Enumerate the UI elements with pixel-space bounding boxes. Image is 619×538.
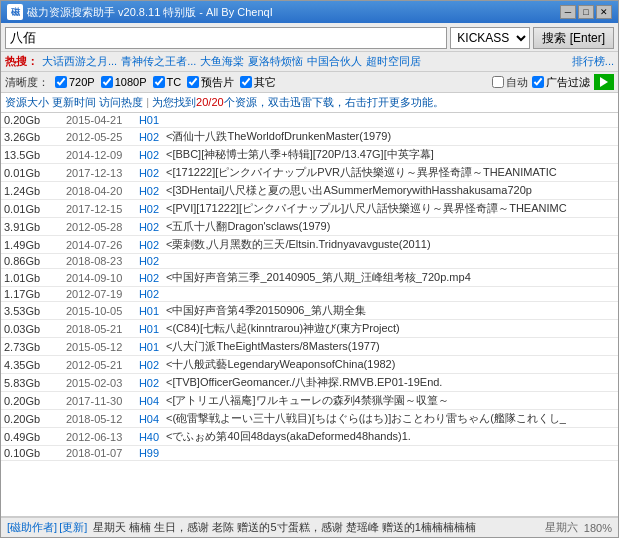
search-input[interactable] [5,27,447,49]
search-button[interactable]: 搜索 [Enter] [533,27,614,49]
checkbox-1080p[interactable] [101,76,113,88]
zoom-info: 180% [584,522,612,534]
update-link[interactable]: [更新] [59,520,87,535]
ad-filter-label: 广告过滤 [546,75,590,90]
hot-search-row: 热搜： 大话西游之月... 青神传之王者... 大鱼海棠 夏洛特烦恼 中国合伙人… [1,52,618,72]
col-seeds: H01 [135,302,163,320]
col-title: <酒仙十八跌TheWorldofDrunkenMaster(1979) [163,128,618,146]
col-seeds: H02 [135,218,163,236]
col-size: 3.91Gb [1,218,63,236]
hot-item-1[interactable]: 大话西游之月... [42,54,117,69]
col-title [163,254,618,269]
hot-item-3[interactable]: 大鱼海棠 [200,54,244,69]
filter-trailer[interactable]: 预告片 [187,75,234,90]
table-row[interactable]: 1.49Gb 2014-07-26 H02 <栗刺数,八月黑数的三天/Eltsi… [1,236,618,254]
col-date: 2015-05-12 [63,338,135,356]
table-row[interactable]: 0.86Gb 2018-08-23 H02 [1,254,618,269]
table-row[interactable]: 3.26Gb 2012-05-25 H02 <酒仙十八跌TheWorldofDr… [1,128,618,146]
col-title: <[3DHentai]八尺様と夏の思い出ASummerMemorywithHas… [163,182,618,200]
minimize-button[interactable]: ─ [560,5,576,19]
col-seeds: H04 [135,392,163,410]
col-date: 2014-12-09 [63,146,135,164]
col-seeds: H04 [135,410,163,428]
table-row[interactable]: 5.83Gb 2015-02-03 H02 <[TVB]OfficerGeoma… [1,374,618,392]
table-row[interactable]: 3.53Gb 2015-10-05 H01 <中国好声音第4季20150906_… [1,302,618,320]
col-title: <八大门派TheEightMasters/8Masters(1977) [163,338,618,356]
col-date: 2012-05-21 [63,356,135,374]
col-date: 2017-12-13 [63,164,135,182]
site-selector[interactable]: KICKASS 1337X TPB RARBG [450,27,530,49]
col-seeds: H02 [135,146,163,164]
table-row[interactable]: 0.01Gb 2017-12-13 H02 <[171222][ピンクパイナップ… [1,164,618,182]
col-title: <[PVI][171222][ピンクパイナップル]八尺八話快樂巡り～異界怪奇譚～… [163,200,618,218]
filter-other[interactable]: 其它 [240,75,276,90]
col-seeds: H01 [135,338,163,356]
col-size: 0.20Gb [1,410,63,428]
assistant-link[interactable]: [磁助作者] [7,520,57,535]
col-seeds: H02 [135,128,163,146]
play-button[interactable] [594,74,614,90]
table-row[interactable]: 0.20Gb 2017-11-30 H04 <[アトリエ八福庵]ワルキューレの森… [1,392,618,410]
maximize-button[interactable]: □ [578,5,594,19]
hot-item-4[interactable]: 夏洛特烦恼 [248,54,303,69]
table-row[interactable]: 1.01Gb 2014-09-10 H02 <中国好声音第三季_20140905… [1,269,618,287]
table-row[interactable]: 0.01Gb 2017-12-15 H02 <[PVI][171222][ピンク… [1,200,618,218]
hot-item-2[interactable]: 青神传之王者... [121,54,196,69]
auto-download-filter[interactable]: 自动 [492,75,528,90]
checkbox-720p[interactable] [55,76,67,88]
table-row[interactable]: 3.91Gb 2012-05-28 H02 <五爪十八翻Dragon'sclaw… [1,218,618,236]
col-size: 13.5Gb [1,146,63,164]
col-seeds: H40 [135,428,163,446]
col-seeds: H99 [135,446,163,461]
table-row[interactable]: 1.17Gb 2012-07-19 H02 [1,287,618,302]
hot-item-6[interactable]: 超时空同居 [366,54,421,69]
filter-row: 清晰度： 720P 1080P TC 预告片 其它 自动 [1,72,618,93]
filter-1080p[interactable]: 1080P [101,76,147,88]
ad-filter[interactable]: 广告过滤 [532,75,590,90]
auto-label: 自动 [506,75,528,90]
col-date: 2018-05-21 [63,320,135,338]
checkbox-auto[interactable] [492,76,504,88]
hot-item-5[interactable]: 中国合伙人 [307,54,362,69]
table-row[interactable]: 13.5Gb 2014-12-09 H02 <[BBC][神秘博士第八季+特辑]… [1,146,618,164]
table-row[interactable]: 4.35Gb 2012-05-21 H02 <十八般武藝LegendaryWea… [1,356,618,374]
window-controls: ─ □ ✕ [560,5,612,19]
checkbox-tc[interactable] [153,76,165,88]
filter-tc[interactable]: TC [153,76,182,88]
table-row[interactable]: 0.49Gb 2012-06-13 H40 <でふぉめ第40回48days(ak… [1,428,618,446]
table-row[interactable]: 0.20Gb 2018-05-12 H04 <(砲雷撃戦よーい三十八戦目)[ちは… [1,410,618,428]
table-row[interactable]: 0.10Gb 2018-01-07 H99 [1,446,618,461]
play-icon [600,77,608,87]
col-size: 0.86Gb [1,254,63,269]
col-size: 1.17Gb [1,287,63,302]
checkbox-trailer[interactable] [187,76,199,88]
table-row[interactable]: 1.24Gb 2018-04-20 H02 <[3DHentai]八尺様と夏の思… [1,182,618,200]
col-title [163,446,618,461]
hot-label: 热搜： [5,54,38,69]
filter-720p[interactable]: 720P [55,76,95,88]
checkbox-ad[interactable] [532,76,544,88]
status-bar: [磁助作者] [更新] 星期天 楠楠 生日，感谢 老陈 赠送的5寸蛋糕，感谢 楚… [1,517,618,537]
col-title: <十八般武藝LegendaryWeaponsofChina(1982) [163,356,618,374]
col-title: <栗刺数,八月黑数的三天/Eltsin.Tridnyavavguste(2011… [163,236,618,254]
rank-button[interactable]: 排行榜... [572,54,614,69]
col-title [163,113,618,128]
filter-1080p-label: 1080P [115,76,147,88]
col-date: 2012-07-19 [63,287,135,302]
col-title: <[171222][ピンクパイナップルPVR八話快樂巡り～異界怪奇譚～THEAN… [163,164,618,182]
col-date: 2018-04-20 [63,182,135,200]
results-area[interactable]: 0.20Gb 2015-04-21 H01 3.26Gb 2012-05-25 … [1,113,618,517]
date-info: 星期六 [545,520,578,535]
checkbox-other[interactable] [240,76,252,88]
close-button[interactable]: ✕ [596,5,612,19]
auto-download-section: 自动 广告过滤 [492,74,614,90]
col-title [163,287,618,302]
col-size: 3.53Gb [1,302,63,320]
table-row[interactable]: 0.03Gb 2018-05-21 H01 <(C84)[七転八起(kinntr… [1,320,618,338]
table-row[interactable]: 2.73Gb 2015-05-12 H01 <八大门派TheEightMaste… [1,338,618,356]
col-title: <でふぉめ第40回48days(akaDeformed48hands)1. [163,428,618,446]
search-row: KICKASS 1337X TPB RARBG 搜索 [Enter] [1,23,618,52]
col-size: 5.83Gb [1,374,63,392]
table-row[interactable]: 0.20Gb 2015-04-21 H01 [1,113,618,128]
col-seeds: H02 [135,269,163,287]
